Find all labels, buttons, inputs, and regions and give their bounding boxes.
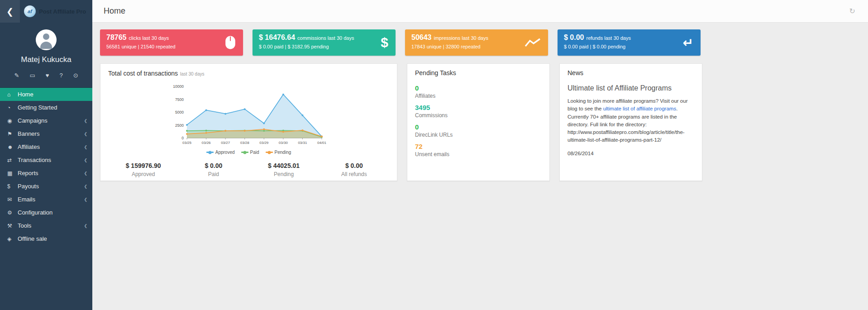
stat-value: $ 16476.64 xyxy=(259,33,295,41)
affiliates-icon: ☻ xyxy=(7,144,18,150)
user-profile: Matej Kukucka ✎▭♥?⊙ xyxy=(0,23,92,79)
stat-label: Paid xyxy=(178,171,248,177)
stat-card-refunds-last-30-days[interactable]: $ 0.00refunds last 30 days$ 0.00 paid | … xyxy=(558,29,701,56)
chevron-left-icon: ❮ xyxy=(84,184,87,189)
topbar: Home ↻ xyxy=(92,0,868,23)
brand-name: Post Affiliate Pro xyxy=(39,8,86,15)
legend-item-paid[interactable]: Paid xyxy=(241,150,259,155)
dollar-icon: $ xyxy=(381,35,388,50)
reports-icon: ▦ xyxy=(7,170,18,176)
task-commissions: 3495Commissions xyxy=(415,104,542,119)
stat-sub: $ 0.00 paid | $ 3182.95 pending xyxy=(259,44,389,49)
task-value[interactable]: 0 xyxy=(415,123,542,131)
stat-card-impressions-last-30-days[interactable]: 50643impressions last 30 days17843 uniqu… xyxy=(405,29,548,56)
configuration-icon: ⚙ xyxy=(7,210,18,216)
stat-label: refunds last 30 days xyxy=(586,35,630,41)
sidebar: ❮ af Post Affiliate Pro Matej Kukucka ✎▭… xyxy=(0,0,92,310)
quick-icons-row: ✎▭♥?⊙ xyxy=(0,72,92,79)
sidebar-item-emails[interactable]: ✉Emails❮ xyxy=(0,193,92,206)
user-name: Matej Kukucka xyxy=(0,55,92,64)
sidebar-item-getting-started[interactable]: ◔Getting Started xyxy=(0,101,92,114)
stat-sub: $ 0.00 paid | $ 0.00 pending xyxy=(564,44,694,49)
collapse-sidebar-button[interactable]: ❮ xyxy=(0,0,20,23)
svg-text:03/31: 03/31 xyxy=(298,141,307,145)
favorites-heart-icon[interactable]: ♥ xyxy=(46,72,49,79)
tasks-list: 0Affiliates3495Commissions0DirecLink URL… xyxy=(415,84,542,157)
stat-label: clicks last 30 days xyxy=(129,35,169,41)
sidebar-item-home[interactable]: ⌂Home xyxy=(0,88,92,101)
stat-card-clicks-last-30-days[interactable]: 78765clicks last 30 days56581 unique | 2… xyxy=(100,29,243,56)
task-value[interactable]: 3495 xyxy=(415,104,542,111)
edit-pencil-icon[interactable]: ✎ xyxy=(14,72,19,79)
news-date: 08/26/2014 xyxy=(568,151,694,156)
stat-label: Approved xyxy=(108,171,178,177)
stat-card-commissions-last-30-days[interactable]: $ 16476.64commissions last 30 days$ 0.00… xyxy=(253,29,396,56)
brand[interactable]: af Post Affiliate Pro xyxy=(20,5,86,17)
sidebar-item-transactions[interactable]: ⇄Transactions❮ xyxy=(0,153,92,167)
svg-text:03/30: 03/30 xyxy=(278,141,288,145)
legend-swatch xyxy=(266,152,273,153)
main-content: 78765clicks last 30 days56581 unique | 2… xyxy=(100,29,702,181)
legend-item-approved[interactable]: Approved xyxy=(206,150,235,155)
svg-text:2500: 2500 xyxy=(175,123,184,128)
sidebar-item-label: Payouts xyxy=(18,183,39,190)
news-link[interactable]: ultimate list of affiliate programs xyxy=(603,106,677,111)
help-icon[interactable]: ? xyxy=(59,72,62,79)
stat-cards-row: 78765clicks last 30 days56581 unique | 2… xyxy=(100,29,702,56)
transactions-icon: ⇄ xyxy=(7,157,18,163)
news-text-after: . Currently 70+ affiliate programs are l… xyxy=(568,106,685,143)
task-direclink-urls: 0DirecLink URLs xyxy=(415,123,542,138)
sidebar-item-reports[interactable]: ▦Reports❮ xyxy=(0,167,92,180)
sidebar-item-configuration[interactable]: ⚙Configuration xyxy=(0,206,92,219)
task-value[interactable]: 72 xyxy=(415,143,542,150)
avatar-person-icon xyxy=(43,33,49,40)
svg-text:0: 0 xyxy=(181,136,184,140)
svg-text:03/26: 03/26 xyxy=(201,141,211,145)
stat-value: $ 44025.01 xyxy=(249,162,319,169)
sidebar-item-label: Getting Started xyxy=(18,104,57,111)
legend-item-pending[interactable]: Pending xyxy=(266,150,291,155)
sidebar-item-label: Reports xyxy=(18,170,38,176)
chevron-left-icon: ❮ xyxy=(84,171,87,176)
campaigns-icon: ◉ xyxy=(7,118,18,124)
sidebar-item-affiliates[interactable]: ☻Affiliates❮ xyxy=(0,140,92,153)
task-value[interactable]: 0 xyxy=(415,84,542,92)
transactions-chart: 02500500075001000003/2503/2603/2703/2803… xyxy=(161,83,337,150)
sidebar-item-payouts[interactable]: $Payouts❮ xyxy=(0,180,92,193)
sidebar-item-campaigns[interactable]: ◉Campaigns❮ xyxy=(0,114,92,127)
line-chart-icon xyxy=(525,38,541,48)
transactions-panel-header: Total cost of transactionslast 30 days xyxy=(108,69,389,77)
page-title: Home xyxy=(104,6,125,16)
panels-row: Total cost of transactionslast 30 days 0… xyxy=(100,63,702,181)
app-logo-icon: af xyxy=(24,5,36,17)
stat-value: 78765 xyxy=(106,33,127,41)
chevron-left-icon: ❮ xyxy=(84,145,87,149)
transactions-panel-title: Total cost of transactions xyxy=(108,70,178,77)
stat-sub: 17843 unique | 32800 repeated xyxy=(411,44,542,49)
chevron-left-icon: ❮ xyxy=(84,119,87,123)
power-icon[interactable]: ⊙ xyxy=(73,72,78,79)
monitor-icon[interactable]: ▭ xyxy=(29,72,35,79)
stat-sub: 56581 unique | 21540 repeated xyxy=(106,44,237,49)
sidebar-brand-row: ❮ af Post Affiliate Pro xyxy=(0,0,92,23)
news-panel: News Ultimate list of Affiliate Programs… xyxy=(559,63,702,181)
sidebar-item-banners[interactable]: ⚑Banners❮ xyxy=(0,127,92,140)
refresh-icon[interactable]: ↻ xyxy=(849,7,855,15)
chevron-left-icon: ❮ xyxy=(84,224,87,228)
chart-legend: ApprovedPaidPending xyxy=(108,150,389,155)
sidebar-item-tools[interactable]: ⚒Tools❮ xyxy=(0,219,92,232)
chart-stats-row: $ 159976.90Approved$ 0.00Paid$ 44025.01P… xyxy=(108,162,389,177)
transactions-panel-subtitle: last 30 days xyxy=(180,72,204,76)
legend-swatch xyxy=(206,152,214,153)
sidebar-item-offline-sale[interactable]: ◈Offline sale xyxy=(0,232,92,245)
chevron-left-icon: ❮ xyxy=(84,197,87,202)
sidebar-item-label: Configuration xyxy=(18,209,52,216)
payouts-icon: $ xyxy=(7,183,18,190)
sidebar-item-label: Tools xyxy=(18,222,31,229)
avatar[interactable] xyxy=(36,29,57,50)
sidebar-item-label: Emails xyxy=(18,196,35,203)
stat-label: commissions last 30 days xyxy=(297,35,354,41)
sidebar-item-label: Banners xyxy=(18,130,39,137)
sidebar-menu: ⌂Home◔Getting Started◉Campaigns❮⚑Banners… xyxy=(0,87,92,245)
news-headline[interactable]: Ultimate list of Affiliate Programs xyxy=(568,84,694,92)
